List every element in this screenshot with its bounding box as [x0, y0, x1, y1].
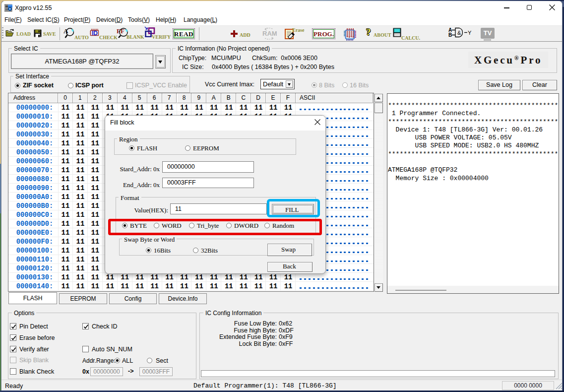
svg-text:B: B	[448, 32, 452, 38]
svg-text:&: &	[457, 30, 461, 36]
svg-text:ID: ID	[92, 30, 98, 36]
svg-text:RAM: RAM	[262, 30, 277, 37]
svg-text:A: A	[63, 27, 68, 35]
svg-text:Y: Y	[468, 30, 472, 36]
